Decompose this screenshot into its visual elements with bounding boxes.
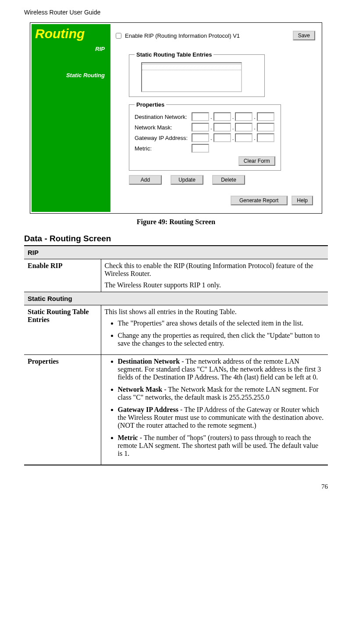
figure-caption: Figure 49: Routing Screen	[24, 218, 328, 226]
static-routing-fieldset: Static Routing Table Entries	[129, 51, 265, 97]
section-heading: Data - Routing Screen	[24, 234, 328, 243]
mask-oct3[interactable]	[235, 123, 252, 132]
help-button[interactable]: Help	[292, 196, 313, 205]
mask-oct4[interactable]	[257, 123, 274, 132]
dest-oct4[interactable]	[257, 112, 274, 121]
save-button[interactable]: Save	[293, 31, 315, 40]
gw-oct3[interactable]	[235, 133, 252, 142]
entries-cell-desc: This list shows all entries in the Routi…	[101, 305, 328, 355]
mask-oct2[interactable]	[213, 123, 231, 132]
gw-oct1[interactable]	[192, 133, 209, 142]
section-rip: RIP	[24, 246, 328, 259]
properties-cell-label: Properties	[24, 355, 101, 465]
gw-oct2[interactable]	[213, 133, 231, 142]
static-routing-legend: Static Routing Table Entries	[135, 51, 213, 58]
page-header: Wireless Router User Guide	[24, 9, 328, 16]
gw-oct4[interactable]	[257, 133, 274, 142]
mask-oct1[interactable]	[192, 123, 209, 132]
enable-rip-cell-label: Enable RIP	[24, 259, 101, 292]
metric-label: Metric:	[135, 145, 192, 152]
enable-rip-cell-desc: Check this to enable the RIP (Routing In…	[101, 259, 328, 292]
side-label-rip: RIP	[35, 46, 105, 52]
routing-screenshot: Routing RIP Static Routing Enable RIP (R…	[30, 22, 322, 214]
properties-legend: Properties	[135, 101, 166, 108]
routing-entries-listbox[interactable]	[141, 62, 242, 92]
page-number: 76	[24, 483, 328, 490]
side-label-static: Static Routing	[35, 72, 105, 79]
dest-oct2[interactable]	[213, 112, 231, 121]
generate-report-button[interactable]: Generate Report	[231, 196, 288, 205]
metric-input[interactable]	[192, 144, 209, 153]
add-button[interactable]: Add	[129, 175, 162, 185]
delete-button[interactable]: Delete	[212, 175, 245, 185]
data-table: RIP Enable RIP Check this to enable the …	[24, 245, 328, 465]
enable-rip-checkbox[interactable]	[116, 33, 121, 39]
update-button[interactable]: Update	[171, 175, 203, 185]
entries-cell-label: Static Routing Table Entries	[24, 305, 101, 355]
properties-fieldset: Properties Destination Network: . . . Ne…	[129, 101, 281, 171]
dest-oct3[interactable]	[235, 112, 252, 121]
gateway-ip-label: Gateway IP Address:	[135, 135, 192, 141]
network-mask-label: Network Mask:	[135, 124, 192, 131]
clear-form-button[interactable]: Clear Form	[238, 156, 275, 166]
routing-title: Routing	[35, 26, 107, 41]
properties-cell-desc: Destination Network - The network addres…	[101, 355, 328, 465]
figure-container: Routing RIP Static Routing Enable RIP (R…	[24, 22, 328, 214]
section-static: Static Routing	[24, 292, 328, 305]
dest-network-label: Destination Network:	[135, 114, 192, 120]
enable-rip-label: Enable RIP (Routing Information Protocol…	[125, 32, 240, 39]
dest-oct1[interactable]	[192, 112, 209, 121]
